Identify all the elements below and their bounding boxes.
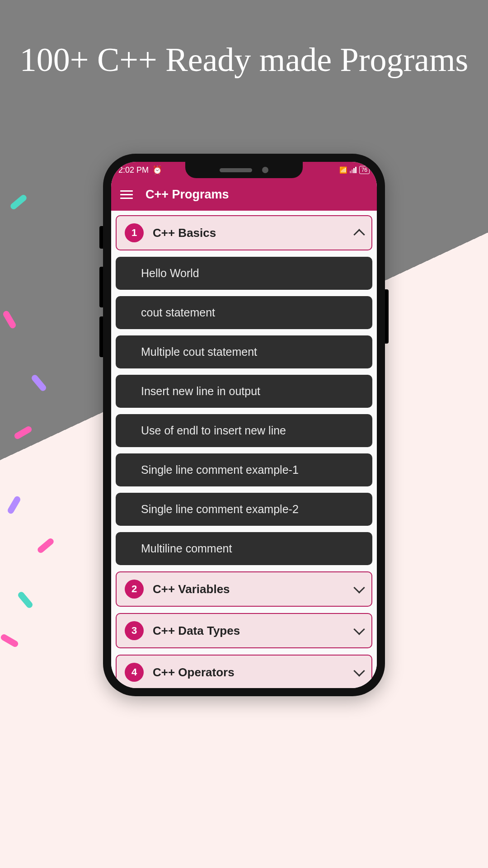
content-area[interactable]: 1C++ BasicsHello Worldcout statementMult… [111,211,377,688]
category-badge: 4 [125,663,144,682]
phone-screen: 2:02 PM ⏰ 📶 76 C++ Programs 1C++ BasicsH… [111,162,377,688]
category-4[interactable]: 4C++ Operators [116,655,372,688]
confetti-piece [9,193,28,211]
promo-headline: 100+ C++ Ready made Programs [0,41,488,79]
network-icon: 📶 [339,166,347,174]
category-badge: 2 [125,580,144,599]
list-item[interactable]: Single line comment example-1 [116,453,372,486]
hamburger-menu-button[interactable] [120,190,133,199]
list-item[interactable]: cout statement [116,296,372,329]
confetti-piece [0,633,19,648]
category-title: C++ Operators [153,665,355,679]
battery-indicator: 76 [359,166,370,174]
category-title: C++ Basics [153,226,355,240]
confetti-piece [2,310,17,329]
category-3[interactable]: 3C++ Data Types [116,613,372,648]
app-title: C++ Programs [145,188,229,202]
phone-notch [185,162,303,178]
list-item[interactable]: Insert new line in output [116,375,372,408]
confetti-piece [13,425,33,440]
alarm-icon: ⏰ [152,165,162,175]
chevron-down-icon [353,623,365,635]
chevron-down-icon [353,665,365,676]
list-item[interactable]: Multiple cout statement [116,335,372,368]
confetti-piece [17,590,34,609]
list-item[interactable]: Use of endl to insert new line [116,414,372,447]
list-item[interactable]: Multiline comment [116,532,372,565]
status-time: 2:02 PM [118,165,149,175]
chevron-down-icon [353,582,365,593]
list-item[interactable]: Hello World [116,257,372,290]
category-2[interactable]: 2C++ Variables [116,571,372,607]
phone-side-buttons-left [99,226,103,366]
confetti-piece [36,537,55,554]
list-item[interactable]: Single line comment example-2 [116,493,372,526]
confetti-piece [30,373,47,392]
category-badge: 3 [125,621,144,640]
category-1[interactable]: 1C++ Basics [116,215,372,250]
category-badge: 1 [125,223,144,242]
app-bar: C++ Programs [111,178,377,211]
phone-side-button-right [385,289,389,344]
signal-icon [350,167,357,173]
category-title: C++ Variables [153,582,355,596]
category-title: C++ Data Types [153,624,355,638]
phone-frame: 2:02 PM ⏰ 📶 76 C++ Programs 1C++ BasicsH… [103,154,385,696]
confetti-piece [6,495,21,514]
chevron-up-icon [353,229,365,240]
